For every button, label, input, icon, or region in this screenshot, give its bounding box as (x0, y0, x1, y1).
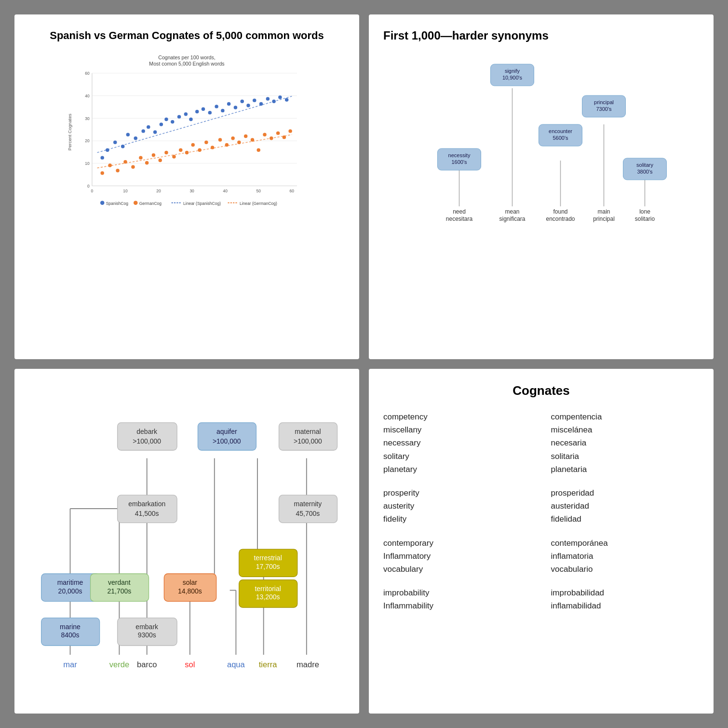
svg-point-42 (202, 107, 205, 110)
svg-text:60: 60 (85, 71, 90, 76)
cognates-grid: competency miscellany necessary solitary… (383, 410, 699, 623)
svg-text:lone: lone (639, 208, 650, 215)
svg-point-40 (189, 117, 192, 121)
cognate-item: competency (383, 410, 532, 423)
cognate-item: miscelánea (551, 423, 700, 436)
svg-point-34 (153, 130, 157, 134)
panel-synonyms: First 1,000—harder synonyms necessity 16… (369, 14, 714, 359)
svg-text:30: 30 (189, 189, 194, 193)
svg-point-82 (276, 131, 280, 135)
svg-text:madre: madre (297, 660, 319, 669)
svg-text:aqua: aqua (227, 660, 245, 669)
cognate-item: improbability (383, 586, 532, 599)
cognate-group-1: competency miscellany necessary solitary… (383, 410, 532, 476)
svg-text:GermanCog: GermanCog (139, 201, 162, 205)
svg-text:20,000s: 20,000s (58, 587, 82, 595)
svg-text:Linear (SpanishCog): Linear (SpanishCog) (183, 201, 221, 205)
svg-point-27 (106, 148, 109, 151)
cognates-english-col: competency miscellany necessary solitary… (383, 410, 532, 623)
svg-point-81 (270, 136, 273, 140)
svg-point-72 (211, 146, 214, 149)
svg-text:necesitara: necesitara (446, 216, 473, 222)
svg-text:50: 50 (256, 189, 261, 193)
svg-point-32 (141, 129, 145, 133)
svg-text:8400s: 8400s (61, 631, 79, 639)
svg-point-73 (218, 138, 222, 141)
svg-point-49 (246, 104, 250, 107)
svg-text:21,700s: 21,700s (107, 587, 131, 595)
svg-text:14,800s: 14,800s (178, 587, 202, 595)
svg-text:principal: principal (594, 99, 614, 105)
svg-text:maritime: maritime (57, 579, 83, 586)
svg-point-60 (131, 165, 135, 168)
svg-text:30: 30 (85, 116, 90, 121)
svg-point-38 (177, 115, 181, 118)
svg-text:7300's: 7300's (596, 106, 612, 112)
cognate-group-sp-1: compentencia miscelánea necesaria solita… (551, 410, 700, 476)
svg-text:tierra: tierra (259, 660, 277, 669)
synonyms-title: First 1,000—harder synonyms (383, 29, 699, 42)
svg-text:>100,000: >100,000 (133, 437, 161, 445)
svg-point-53 (272, 99, 275, 103)
svg-point-58 (116, 169, 119, 172)
svg-text:0: 0 (87, 183, 90, 188)
svg-text:13,200s: 13,200s (256, 593, 280, 601)
svg-point-46 (227, 102, 230, 105)
svg-point-74 (225, 143, 229, 146)
svg-text:60: 60 (290, 189, 295, 193)
cognate-group-sp-2: prosperidad austeridad fidelidad (551, 486, 700, 526)
svg-text:Percent Cognates: Percent Cognates (67, 113, 72, 150)
svg-text:debark: debark (136, 428, 158, 435)
svg-text:solar: solar (183, 579, 198, 586)
svg-text:40: 40 (223, 189, 228, 193)
svg-point-87 (134, 201, 138, 205)
svg-text:maternity: maternity (294, 500, 322, 508)
svg-point-31 (134, 136, 137, 140)
cognate-item: improbabilidad (551, 586, 700, 599)
svg-point-54 (278, 95, 282, 99)
svg-point-76 (237, 140, 241, 144)
svg-point-43 (208, 111, 212, 114)
cognate-group-sp-4: improbabilidad inflamabilidad (551, 586, 700, 612)
svg-point-77 (244, 134, 247, 137)
svg-point-71 (204, 140, 208, 144)
svg-point-59 (123, 160, 127, 163)
cognate-item: miscellany (383, 423, 532, 436)
svg-rect-154 (118, 495, 177, 523)
svg-point-63 (152, 153, 155, 157)
svg-point-79 (257, 148, 260, 151)
svg-text:0: 0 (91, 189, 94, 193)
cognate-item: necesaria (551, 436, 700, 449)
svg-point-36 (164, 117, 168, 121)
svg-point-41 (195, 109, 199, 113)
panel-word-tree: debark >100,000 aquifer >100,000 materna… (14, 369, 359, 714)
svg-text:found: found (553, 208, 567, 215)
svg-point-83 (283, 135, 286, 139)
svg-text:marine: marine (60, 623, 81, 631)
svg-text:Most comon 5,000 English words: Most comon 5,000 English words (149, 60, 224, 66)
svg-text:aquifer: aquifer (216, 428, 237, 435)
cognate-item: prosperity (383, 486, 532, 499)
cognate-item: planetaria (551, 463, 700, 476)
svg-text:41,500s: 41,500s (135, 510, 159, 517)
cognate-item: Inflammatory (383, 550, 532, 563)
svg-text:principal: principal (593, 216, 615, 222)
svg-text:10: 10 (85, 161, 90, 166)
svg-point-64 (159, 158, 162, 162)
svg-point-29 (121, 145, 124, 148)
cognates-spanish-col: compentencia miscelánea necesaria solita… (551, 410, 700, 623)
cognate-item: prosperidad (551, 486, 700, 499)
svg-text:17,700s: 17,700s (256, 563, 280, 570)
cognate-item: solitary (383, 450, 532, 463)
cognate-group-4: improbability Inflammability (383, 586, 532, 612)
svg-text:necessity: necessity (448, 152, 471, 158)
panel-cognates: Cognates competency miscellany necessary… (369, 369, 714, 714)
svg-point-51 (259, 102, 263, 105)
svg-point-47 (234, 106, 237, 109)
panel-scatter: Spanish vs German Cognates of 5,000 comm… (14, 14, 359, 359)
svg-point-70 (198, 148, 201, 151)
svg-text:mean: mean (505, 208, 519, 215)
svg-point-44 (215, 105, 218, 108)
cognate-item: planetary (383, 463, 532, 476)
svg-point-28 (113, 140, 117, 144)
